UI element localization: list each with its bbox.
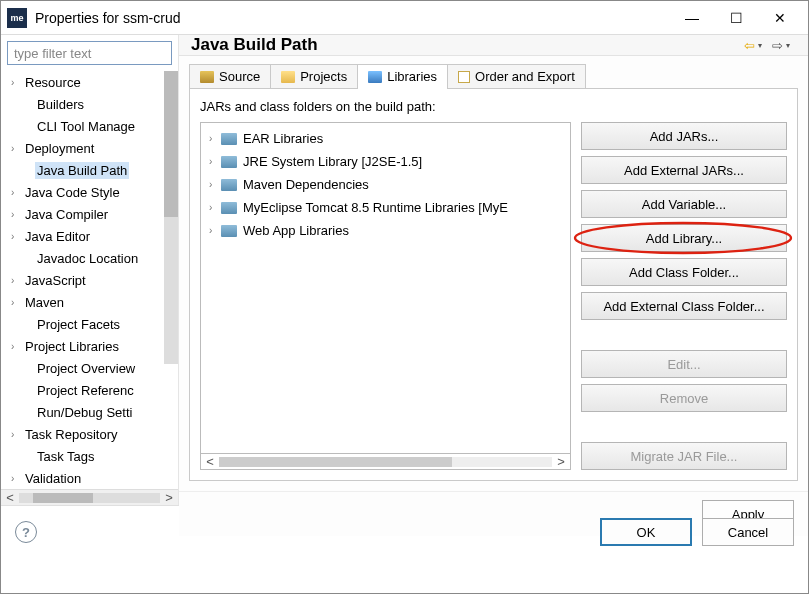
chevron-right-icon: ›: [11, 143, 23, 154]
tree-item[interactable]: ›JavaScript: [1, 269, 164, 291]
tree-item[interactable]: Project Facets: [1, 313, 164, 335]
add-jars-button[interactable]: Add JARs...: [581, 122, 787, 150]
tree-item-label: Builders: [35, 96, 86, 113]
tree-item[interactable]: ›Deployment: [1, 137, 164, 159]
tab-label: Source: [219, 69, 260, 84]
library-label: JRE System Library [J2SE-1.5]: [243, 154, 422, 169]
tree-item[interactable]: Java Build Path: [1, 159, 164, 181]
library-label: MyEclipse Tomcat 8.5 Runtime Libraries […: [243, 200, 508, 215]
tree-item[interactable]: ›Java Editor: [1, 225, 164, 247]
tree-item[interactable]: Task Tags: [1, 445, 164, 467]
tree-item[interactable]: ›Java Compiler: [1, 203, 164, 225]
library-list[interactable]: ›EAR Libraries›JRE System Library [J2SE-…: [200, 122, 571, 454]
scroll-right-icon[interactable]: >: [160, 490, 178, 505]
chevron-right-icon: ›: [11, 275, 23, 286]
tab-bar: Source Projects Libraries Order and Expo…: [189, 64, 798, 88]
list-horizontal-scrollbar[interactable]: < >: [200, 454, 571, 470]
tree-item[interactable]: ›Java Code Style: [1, 181, 164, 203]
forward-menu-icon[interactable]: ▾: [786, 41, 796, 50]
chevron-right-icon: ›: [209, 179, 221, 190]
tree-item[interactable]: ›Task Repository: [1, 423, 164, 445]
add-variable-button[interactable]: Add Variable...: [581, 190, 787, 218]
category-tree[interactable]: ›ResourceBuildersCLI Tool Manage›Deploym…: [1, 71, 178, 489]
build-path-description: JARs and class folders on the build path…: [200, 99, 787, 114]
library-item[interactable]: ›JRE System Library [J2SE-1.5]: [201, 150, 570, 173]
back-icon[interactable]: ⇦: [740, 38, 758, 53]
tree-item-label: Resource: [23, 74, 83, 91]
tree-item[interactable]: CLI Tool Manage: [1, 115, 164, 137]
page-header: Java Build Path ⇦ ▾ ⇨ ▾: [179, 35, 808, 56]
tab-projects[interactable]: Projects: [270, 64, 358, 88]
add-external-class-folder-button[interactable]: Add External Class Folder...: [581, 292, 787, 320]
tree-item-label: Java Build Path: [35, 162, 129, 179]
tree-horizontal-scrollbar[interactable]: < >: [1, 489, 178, 505]
tree-item-label: Java Code Style: [23, 184, 122, 201]
chevron-right-icon: ›: [11, 297, 23, 308]
forward-icon[interactable]: ⇨: [768, 38, 786, 53]
chevron-right-icon: ›: [11, 187, 23, 198]
chevron-right-icon: ›: [11, 341, 23, 352]
window-title: Properties for ssm-crud: [35, 10, 670, 26]
chevron-right-icon: ›: [11, 77, 23, 88]
tab-body: JARs and class folders on the build path…: [189, 88, 798, 481]
tree-item-label: Project Libraries: [23, 338, 121, 355]
library-item[interactable]: ›Web App Libraries: [201, 219, 570, 242]
scroll-right-icon[interactable]: >: [552, 454, 570, 469]
tab-order-export[interactable]: Order and Export: [447, 64, 586, 88]
tree-item[interactable]: Builders: [1, 93, 164, 115]
close-button[interactable]: ✕: [758, 4, 802, 32]
tree-item-label: Javadoc Location: [35, 250, 140, 267]
tree-item-label: Run/Debug Setti: [35, 404, 134, 421]
tree-item[interactable]: ›Resource: [1, 71, 164, 93]
libraries-icon: [368, 71, 382, 83]
tree-item[interactable]: ›Maven: [1, 291, 164, 313]
chevron-right-icon: ›: [209, 225, 221, 236]
library-icon: [221, 156, 237, 168]
library-item[interactable]: ›MyEclipse Tomcat 8.5 Runtime Libraries …: [201, 196, 570, 219]
tab-libraries[interactable]: Libraries: [357, 64, 448, 88]
tree-item-label: Task Tags: [35, 448, 97, 465]
library-icon: [221, 202, 237, 214]
right-panel: Java Build Path ⇦ ▾ ⇨ ▾ Source Projects …: [179, 35, 808, 505]
page-title: Java Build Path: [191, 35, 740, 55]
tab-label: Libraries: [387, 69, 437, 84]
ok-button[interactable]: OK: [600, 518, 692, 546]
maximize-button[interactable]: ☐: [714, 4, 758, 32]
tree-item-label: Validation: [23, 470, 83, 487]
library-label: Web App Libraries: [243, 223, 349, 238]
remove-button[interactable]: Remove: [581, 384, 787, 412]
minimize-button[interactable]: —: [670, 4, 714, 32]
migrate-jar-button[interactable]: Migrate JAR File...: [581, 442, 787, 470]
library-icon: [221, 225, 237, 237]
add-class-folder-button[interactable]: Add Class Folder...: [581, 258, 787, 286]
tree-item-label: JavaScript: [23, 272, 88, 289]
library-item[interactable]: ›Maven Dependencies: [201, 173, 570, 196]
chevron-right-icon: ›: [11, 429, 23, 440]
filter-input[interactable]: type filter text: [7, 41, 172, 65]
edit-button[interactable]: Edit...: [581, 350, 787, 378]
tree-item[interactable]: Project Referenc: [1, 379, 164, 401]
add-external-jars-button[interactable]: Add External JARs...: [581, 156, 787, 184]
tree-item-label: Project Referenc: [35, 382, 136, 399]
chevron-right-icon: ›: [11, 473, 23, 484]
tree-item[interactable]: ›Validation: [1, 467, 164, 489]
tab-source[interactable]: Source: [189, 64, 271, 88]
scroll-left-icon[interactable]: <: [201, 454, 219, 469]
button-column: Add JARs... Add External JARs... Add Var…: [581, 122, 787, 470]
title-bar: me Properties for ssm-crud — ☐ ✕: [1, 1, 808, 35]
tree-item[interactable]: Javadoc Location: [1, 247, 164, 269]
add-library-button[interactable]: Add Library...: [581, 224, 787, 252]
back-menu-icon[interactable]: ▾: [758, 41, 768, 50]
library-item[interactable]: ›EAR Libraries: [201, 127, 570, 150]
tree-item[interactable]: ›Project Libraries: [1, 335, 164, 357]
tree-item[interactable]: Run/Debug Setti: [1, 401, 164, 423]
chevron-right-icon: ›: [209, 202, 221, 213]
tree-item[interactable]: Project Overview: [1, 357, 164, 379]
chevron-right-icon: ›: [11, 209, 23, 220]
help-icon[interactable]: ?: [15, 521, 37, 543]
tree-vertical-scrollbar[interactable]: [164, 71, 178, 364]
scroll-left-icon[interactable]: <: [1, 490, 19, 505]
app-icon: me: [7, 8, 27, 28]
tab-label: Projects: [300, 69, 347, 84]
cancel-button[interactable]: Cancel: [702, 518, 794, 546]
